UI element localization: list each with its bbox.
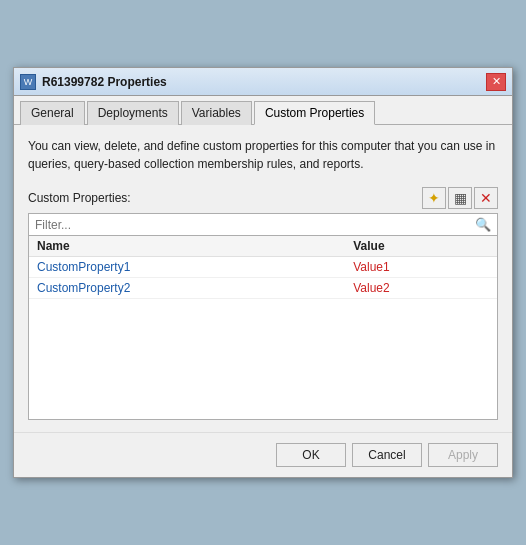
properties-table: Name Value CustomProperty1Value1CustomPr…	[29, 236, 497, 299]
cell-name: CustomProperty1	[29, 257, 345, 278]
tab-custom-properties[interactable]: Custom Properties	[254, 101, 375, 125]
main-window: W R61399782 Properties ✕ General Deploym…	[13, 67, 513, 478]
window-icon: W	[20, 74, 36, 90]
cell-name: CustomProperty2	[29, 278, 345, 299]
tab-content: You can view, delete, and define custom …	[14, 125, 512, 432]
close-button[interactable]: ✕	[486, 73, 506, 91]
add-property-button[interactable]: ✦	[422, 187, 446, 209]
section-header: Custom Properties: ✦ ▦ ✕	[28, 187, 498, 209]
cell-value: Value1	[345, 257, 497, 278]
window-title: R61399782 Properties	[42, 75, 486, 89]
table-container: Name Value CustomProperty1Value1CustomPr…	[28, 236, 498, 420]
delete-button[interactable]: ✕	[474, 187, 498, 209]
column-header-value: Value	[345, 236, 497, 257]
table-empty-area	[29, 299, 497, 419]
tab-general[interactable]: General	[20, 101, 85, 125]
table-header-row: Name Value	[29, 236, 497, 257]
table-row[interactable]: CustomProperty1Value1	[29, 257, 497, 278]
grid-button[interactable]: ▦	[448, 187, 472, 209]
cancel-button[interactable]: Cancel	[352, 443, 422, 467]
description-text: You can view, delete, and define custom …	[28, 137, 498, 173]
toolbar: ✦ ▦ ✕	[422, 187, 498, 209]
section-label: Custom Properties:	[28, 191, 131, 205]
cell-value: Value2	[345, 278, 497, 299]
apply-button[interactable]: Apply	[428, 443, 498, 467]
search-icon: 🔍	[469, 214, 497, 235]
filter-input[interactable]	[29, 215, 469, 235]
tab-variables[interactable]: Variables	[181, 101, 252, 125]
tab-bar: General Deployments Variables Custom Pro…	[14, 96, 512, 125]
ok-button[interactable]: OK	[276, 443, 346, 467]
title-bar: W R61399782 Properties ✕	[14, 68, 512, 96]
filter-row: 🔍	[28, 213, 498, 236]
table-row[interactable]: CustomProperty2Value2	[29, 278, 497, 299]
tab-deployments[interactable]: Deployments	[87, 101, 179, 125]
column-header-name: Name	[29, 236, 345, 257]
footer: OK Cancel Apply	[14, 432, 512, 477]
